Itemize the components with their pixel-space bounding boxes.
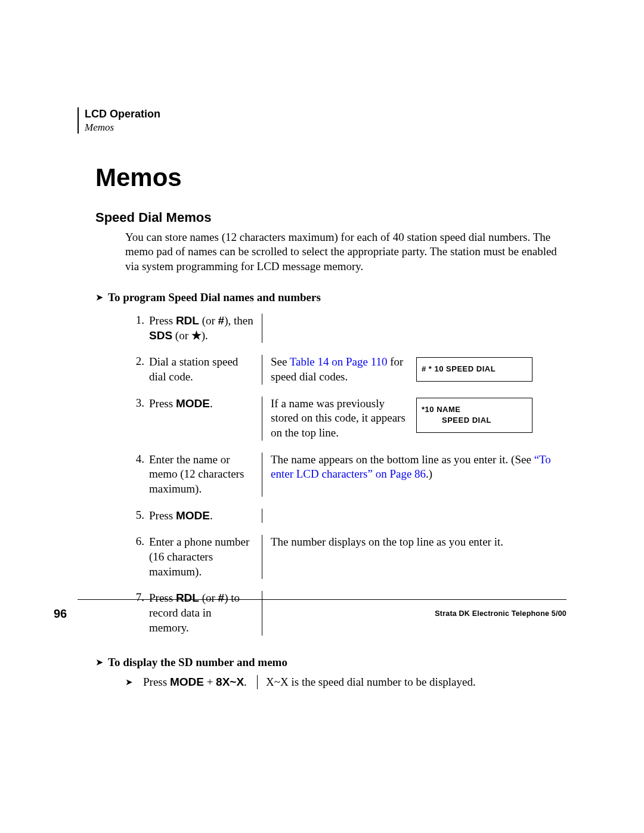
procedure-title: To program Speed Dial names and numbers bbox=[108, 291, 321, 304]
step-instruction: Press RDL (or #), then SDS (or ★). bbox=[149, 314, 262, 343]
step-instruction: Press MODE + 8X~X. bbox=[143, 675, 258, 690]
procedure-steps: 1. Press RDL (or #), then SDS (or ★). 2.… bbox=[125, 310, 566, 640]
step: 4. Enter the name or memo (12 characters… bbox=[125, 449, 566, 505]
lcd-display: *10 NAME SPEED DIAL bbox=[416, 398, 532, 433]
procedure-heading: ➤ To display the SD number and memo bbox=[95, 656, 566, 669]
step: 3. Press MODE. If a name was previously … bbox=[125, 393, 566, 449]
step: 5. Press MODE. bbox=[125, 505, 566, 532]
step-number: 6. bbox=[125, 535, 149, 579]
page-title: Memos bbox=[95, 163, 566, 192]
lcd-line: SPEED DIAL bbox=[422, 415, 527, 426]
step-instruction: Enter the name or memo (12 characters ma… bbox=[149, 453, 262, 497]
step-result: If a name was previously stored on this … bbox=[262, 397, 566, 441]
step-result: The name appears on the bottom line as y… bbox=[262, 453, 566, 497]
step-result: The number displays on the top line as y… bbox=[262, 535, 566, 579]
arrow-icon: ➤ bbox=[95, 657, 103, 668]
step-number: 7. bbox=[125, 591, 149, 635]
step-number: 2. bbox=[125, 355, 149, 384]
page: LCD Operation Memos Memos Speed Dial Mem… bbox=[0, 0, 644, 833]
intro-paragraph: You can store names (12 characters maxim… bbox=[125, 230, 566, 274]
key-label: MODE bbox=[170, 676, 204, 688]
footer-rule bbox=[78, 599, 566, 600]
step-number: 3. bbox=[125, 397, 149, 441]
cross-reference-link[interactable]: Table 14 on Page 110 bbox=[290, 355, 388, 368]
step-number: 1. bbox=[125, 314, 149, 343]
step-number: 4. bbox=[125, 453, 149, 497]
lcd-line: *10 NAME bbox=[422, 404, 527, 416]
step: ➤ Press MODE + 8X~X. X~X is the speed di… bbox=[125, 675, 566, 696]
step-result bbox=[262, 509, 566, 524]
key-label: MODE bbox=[176, 397, 210, 410]
step: 2. Dial a station speed dial code. See T… bbox=[125, 351, 566, 392]
procedure-heading: ➤ To program Speed Dial names and number… bbox=[95, 291, 566, 304]
header-section: LCD Operation bbox=[85, 107, 566, 121]
key-label: MODE bbox=[176, 509, 210, 522]
lcd-line: # * 10 SPEED DIAL bbox=[422, 364, 527, 375]
procedure-steps: ➤ Press MODE + 8X~X. X~X is the speed di… bbox=[125, 675, 566, 696]
header-subsection: Memos bbox=[85, 121, 566, 134]
step-instruction: Dial a station speed dial code. bbox=[149, 355, 262, 384]
key-label: RDL bbox=[176, 314, 199, 327]
step: 1. Press RDL (or #), then SDS (or ★). bbox=[125, 310, 566, 351]
key-label: 8X~X bbox=[216, 676, 244, 688]
step-instruction: Press MODE. bbox=[149, 509, 262, 524]
step-instruction: Press MODE. bbox=[149, 397, 262, 441]
page-number: 96 bbox=[54, 607, 67, 621]
step-result: See Table 14 on Page 110 for speed dial … bbox=[262, 355, 566, 384]
procedure-title: To display the SD number and memo bbox=[108, 656, 287, 669]
arrow-icon: ➤ bbox=[95, 292, 103, 303]
step: 6. Enter a phone number (16 characters m… bbox=[125, 531, 566, 587]
section-heading: Speed Dial Memos bbox=[95, 210, 566, 225]
running-header: LCD Operation Memos bbox=[78, 107, 566, 134]
step-result bbox=[262, 314, 566, 343]
key-label: RDL bbox=[176, 592, 199, 604]
step-number: 5. bbox=[125, 509, 149, 524]
footer-text: Strata DK Electronic Telephone 5/00 bbox=[435, 609, 566, 618]
key-label: # bbox=[218, 314, 225, 327]
key-label: ★ bbox=[191, 329, 202, 342]
step-instruction: Press RDL (or #) to record data in memor… bbox=[149, 591, 262, 635]
key-label: SDS bbox=[149, 329, 172, 342]
step-result: X~X is the speed dial number to be displ… bbox=[258, 675, 566, 690]
arrow-icon: ➤ bbox=[125, 675, 143, 690]
lcd-display: # * 10 SPEED DIAL bbox=[416, 357, 532, 382]
step-instruction: Enter a phone number (16 characters maxi… bbox=[149, 535, 262, 579]
key-label: # bbox=[218, 592, 225, 604]
